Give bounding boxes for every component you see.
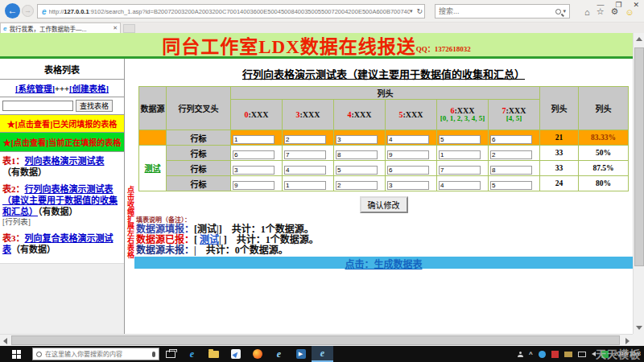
- taskbar-search-box[interactable]: [32, 348, 159, 360]
- create-table-link[interactable]: [创建表格]: [69, 84, 109, 93]
- grid-input[interactable]: [387, 181, 429, 190]
- tab-close-icon[interactable]: ✕: [113, 25, 118, 31]
- datasource-link[interactable]: 测试: [139, 164, 166, 173]
- home-icon[interactable]: ⌂: [584, 7, 590, 17]
- grid-input[interactable]: [233, 166, 275, 175]
- windows-logo-icon: [12, 350, 21, 359]
- grid-input[interactable]: [284, 135, 326, 144]
- firefox-icon: [253, 349, 262, 359]
- grid-input[interactable]: [233, 181, 275, 190]
- notes-section: 填表说明（备注）： 数据源填报：[测试|] 共计：1个数据源。 数据源已报：[ …: [136, 216, 633, 256]
- new-tab-button[interactable]: [123, 24, 135, 33]
- find-table-button[interactable]: 查找表格: [76, 100, 113, 112]
- minimize-button[interactable]: —: [597, 1, 604, 9]
- data-grid: 数据源 行列交叉头 列头 列头 列头 0:XXX 3:XXX 4:XXX 5:X…: [138, 86, 629, 191]
- firefox-button[interactable]: [246, 346, 268, 362]
- feiq-button[interactable]: [225, 346, 246, 362]
- active-tables-banner[interactable]: ★[点击查看]当前正在填报的表格: [0, 133, 124, 152]
- grid-input[interactable]: [439, 150, 481, 159]
- reported-datasource-link[interactable]: 测试: [200, 234, 219, 245]
- grid-input[interactable]: [490, 135, 532, 144]
- scroll-right-icon[interactable]: [625, 338, 630, 344]
- tray-blue-app-icon[interactable]: [539, 351, 546, 358]
- table-index: 表2：: [2, 184, 25, 194]
- tray-expand-icon[interactable]: ^: [529, 351, 533, 358]
- ie-active-button[interactable]: e: [312, 346, 333, 362]
- ie-icon: e: [277, 348, 281, 360]
- browser-tab[interactable]: e 我行我素，工作数据助手—... ✕: [0, 23, 121, 33]
- scroll-down-icon[interactable]: [636, 326, 642, 330]
- scroll-up-icon[interactable]: [636, 37, 642, 41]
- url-dropdown-icon[interactable]: ▾: [410, 8, 413, 14]
- task-view-button[interactable]: [159, 346, 181, 362]
- edge-button[interactable]: e: [181, 346, 203, 362]
- media-player-button[interactable]: ▶: [290, 346, 312, 362]
- vertical-scrollbar[interactable]: [633, 33, 644, 334]
- sidebar-links: [系统管理]+++[创建表格]: [0, 80, 124, 97]
- browser-search-box[interactable]: ▾: [435, 4, 570, 19]
- horizontal-scroll-thumb[interactable]: [11, 335, 620, 345]
- grid-input[interactable]: [284, 181, 326, 190]
- generate-bar[interactable]: 点击：生成数据表: [134, 257, 633, 269]
- ie-button[interactable]: e: [268, 346, 290, 362]
- closed-tables-banner[interactable]: ★[点击查看]已关闭填报的表格: [0, 115, 124, 133]
- grid-input[interactable]: [387, 135, 429, 144]
- network-display-icon[interactable]: [578, 352, 586, 357]
- grid-input[interactable]: [387, 166, 429, 175]
- file-explorer-button[interactable]: [203, 346, 225, 362]
- grid-input[interactable]: [439, 181, 481, 190]
- edge-icon: e: [190, 348, 194, 360]
- scroll-left-icon[interactable]: [3, 338, 7, 344]
- taskbar-search-input[interactable]: [45, 351, 149, 358]
- grid-input[interactable]: [490, 166, 532, 175]
- volume-icon[interactable]: [592, 352, 596, 356]
- table-index: 表3：: [2, 233, 25, 243]
- row-sum: 21: [540, 130, 579, 146]
- table1-link[interactable]: 列向表格演示测试表: [25, 156, 105, 166]
- start-button[interactable]: [0, 346, 32, 362]
- grid-input[interactable]: [490, 150, 532, 159]
- grid-input[interactable]: [336, 135, 378, 144]
- web-page: 同台工作室LDX数据在线报送 QQ：1372618032 表格列表 [系统管理]…: [0, 33, 644, 346]
- search-dropdown-icon[interactable]: ▾: [563, 8, 566, 14]
- refresh-icon[interactable]: ↻: [416, 7, 423, 15]
- table-search-input[interactable]: [2, 101, 73, 111]
- close-button[interactable]: ✕: [633, 1, 639, 9]
- datasource-header: 数据源: [139, 87, 167, 130]
- grid-input[interactable]: [336, 181, 378, 190]
- back-button[interactable]: ←: [5, 3, 20, 19]
- collapse-strip[interactable]: 点击收缩扩展左右表格: [125, 59, 134, 334]
- tab-ie-icon: e: [3, 25, 6, 32]
- address-bar[interactable]: e http://127.0.0.1:9102/search_1.asp?id=…: [37, 4, 425, 19]
- forward-button[interactable]: →: [22, 5, 34, 17]
- grid-input[interactable]: [284, 150, 326, 159]
- grid-input[interactable]: [336, 166, 378, 175]
- tray-folder-icon[interactable]: [564, 352, 572, 357]
- table-status: （有数据）: [38, 207, 78, 216]
- people-icon[interactable]: [518, 352, 523, 357]
- maximize-button[interactable]: ❐: [615, 1, 621, 9]
- grid-input[interactable]: [233, 150, 275, 159]
- generate-datasheet-link[interactable]: 点击：生成数据表: [345, 259, 422, 270]
- url-text[interactable]: http://127.0.0.1:9102/search_1.asp?id=B2…: [49, 8, 410, 15]
- table-title: 行列向表格演示测试表（建议主要用于数据值的收集和汇总）: [134, 66, 633, 81]
- grid-input[interactable]: [439, 135, 481, 144]
- grid-input[interactable]: [284, 166, 326, 175]
- column-header: 0:XXX: [231, 100, 283, 130]
- search-icon[interactable]: [555, 9, 561, 14]
- grid-input[interactable]: [387, 150, 429, 159]
- microphone-icon[interactable]: [152, 352, 155, 357]
- horizontal-scrollbar[interactable]: [0, 334, 633, 346]
- confirm-modify-button[interactable]: 确认修改: [360, 196, 408, 213]
- ie-active-icon: e: [320, 348, 324, 360]
- tray-red-app-icon[interactable]: [551, 351, 559, 358]
- column-header: 4:XXX: [334, 100, 386, 130]
- vertical-scroll-thumb[interactable]: [634, 47, 644, 266]
- grid-input[interactable]: [336, 150, 378, 159]
- browser-search-input[interactable]: [439, 7, 555, 15]
- grid-input[interactable]: [490, 181, 532, 190]
- system-admin-link[interactable]: [系统管理]: [15, 84, 55, 93]
- grid-input[interactable]: [233, 135, 275, 144]
- grid-input[interactable]: [439, 166, 481, 175]
- cross-header: 行列交叉头: [167, 87, 231, 130]
